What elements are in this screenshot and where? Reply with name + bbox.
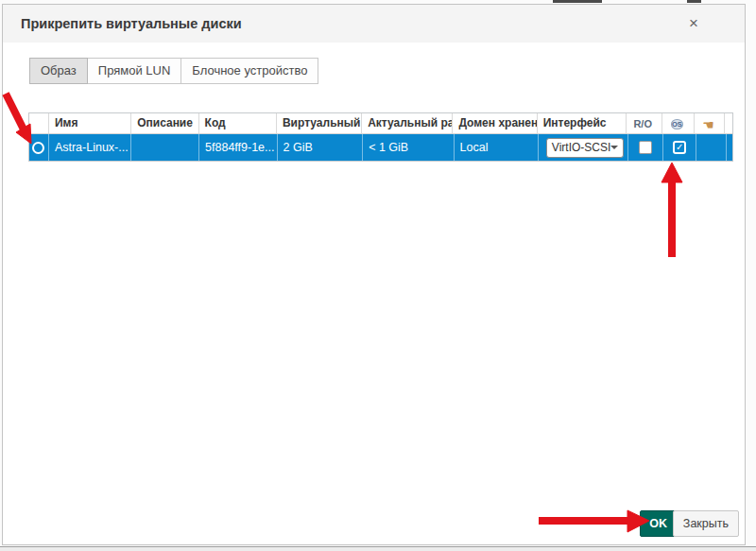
col-header-description: Описание [131, 113, 198, 133]
col-header-spacer [725, 113, 732, 133]
close-button[interactable]: Закрыть [673, 510, 739, 537]
interface-select[interactable]: VirtIO-SCSI [546, 138, 624, 158]
screen: Прикрепить виртуальные диски × Образ Пря… [0, 0, 756, 551]
dialog-title: Прикрепить виртуальные диски [3, 5, 745, 43]
cell-spacer [727, 134, 732, 161]
attach-virtual-disks-dialog: Прикрепить виртуальные диски × Образ Пря… [2, 4, 746, 545]
chevron-down-icon [610, 146, 618, 149]
background-window-fragment [687, 0, 701, 3]
cell-storage-domain: Local [455, 134, 540, 161]
cell-os: ✓ [663, 134, 696, 161]
col-header-interface: Интерфейс [538, 113, 627, 133]
col-header-storage-domain: Домен хранени [453, 113, 537, 133]
cell-description [131, 134, 199, 161]
row-select-radio[interactable] [32, 142, 44, 154]
source-type-tabs: Образ Прямой LUN Блочное устройство [30, 58, 318, 84]
col-header-bootable: ☚ [695, 113, 725, 133]
row-radio-cell [29, 134, 49, 161]
tab-direct-lun[interactable]: Прямой LUN [87, 58, 182, 84]
col-header-actual-size: Актуальный ра [362, 113, 453, 133]
os-checkbox[interactable]: ✓ [673, 141, 686, 154]
cell-virtual-size: 2 GiB [278, 134, 364, 161]
col-header-id: Код [199, 113, 277, 133]
col-header-name: Имя [49, 113, 131, 133]
hand-icon: ☚ [695, 116, 722, 133]
cell-name: Astra-Linux-... [49, 134, 132, 161]
close-icon[interactable]: × [684, 12, 703, 35]
col-header-os: OS [662, 113, 696, 133]
background-window-fragment [553, 0, 602, 3]
cell-id: 5f884ff9-1e... [199, 134, 278, 161]
col-header-readonly: R/O [627, 113, 662, 133]
cell-interface: VirtIO-SCSI [539, 134, 627, 161]
background-bottom-strip [0, 546, 756, 551]
readonly-checkbox[interactable] [639, 141, 652, 154]
cell-readonly [628, 134, 664, 161]
tab-block-device[interactable]: Блочное устройство [180, 58, 318, 84]
ok-button[interactable]: OK [640, 510, 677, 537]
dialog-titlebar: Прикрепить виртуальные диски × [3, 5, 745, 43]
disks-table: Имя Описание Код Виртуальный р Актуальны… [28, 112, 733, 162]
disk-row[interactable]: Astra-Linux-... 5f884ff9-1e... 2 GiB < 1… [29, 134, 732, 161]
col-header-virtual-size: Виртуальный р [277, 113, 362, 133]
tab-image[interactable]: Образ [29, 58, 88, 84]
interface-select-value: VirtIO-SCSI [552, 134, 610, 161]
cell-bootable [696, 134, 727, 161]
cell-actual-size: < 1 GiB [363, 134, 454, 161]
table-header-row: Имя Описание Код Виртуальный р Актуальны… [29, 113, 732, 134]
col-header-select [29, 113, 49, 133]
os-icon: OS [671, 119, 683, 129]
